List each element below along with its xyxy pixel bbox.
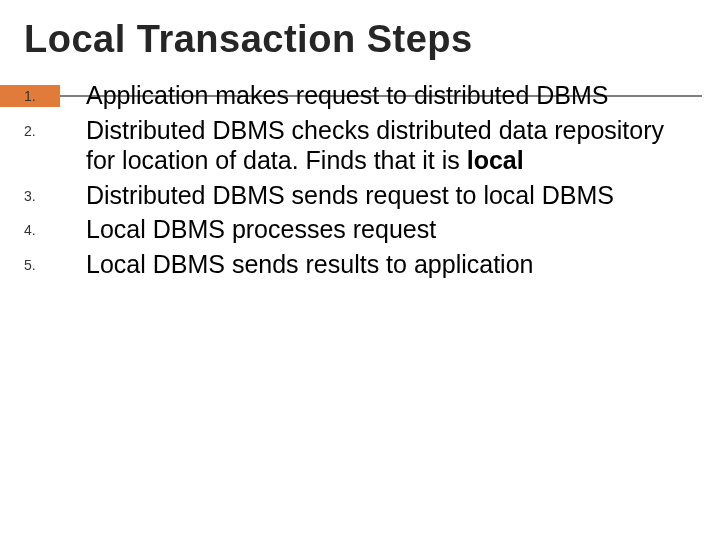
item-number: 3. — [24, 180, 86, 204]
item-number: 4. — [24, 214, 86, 238]
list-item: 1. Application makes request to distribu… — [24, 80, 692, 111]
item-text-pre: Distributed DBMS checks distributed data… — [86, 116, 664, 175]
list-item: 2. Distributed DBMS checks distributed d… — [24, 115, 692, 176]
slide: Local Transaction Steps 1. Application m… — [0, 0, 720, 540]
item-number: 5. — [24, 249, 86, 273]
list-item: 5. Local DBMS sends results to applicati… — [24, 249, 692, 280]
item-text: Application makes request to distributed… — [86, 80, 608, 111]
item-text: Distributed DBMS checks distributed data… — [86, 115, 692, 176]
page-title: Local Transaction Steps — [24, 18, 696, 62]
item-text: Local DBMS processes request — [86, 214, 436, 245]
list-item: 4. Local DBMS processes request — [24, 214, 692, 245]
content-area: 1. Application makes request to distribu… — [24, 80, 692, 283]
item-text: Distributed DBMS sends request to local … — [86, 180, 614, 211]
item-number: 2. — [24, 115, 86, 139]
item-text: Local DBMS sends results to application — [86, 249, 533, 280]
ordered-list: 1. Application makes request to distribu… — [24, 80, 692, 279]
item-number: 1. — [24, 80, 86, 104]
item-text-bold: local — [467, 146, 524, 174]
list-item: 3. Distributed DBMS sends request to loc… — [24, 180, 692, 211]
